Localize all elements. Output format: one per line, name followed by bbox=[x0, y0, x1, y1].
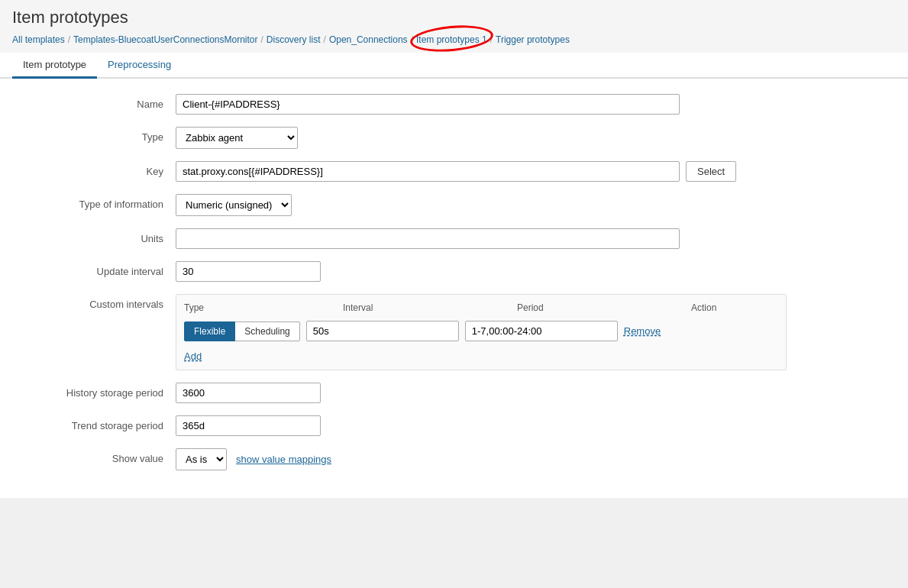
breadcrumb-sep-4: / bbox=[411, 34, 413, 45]
trend-label: Trend storage period bbox=[23, 415, 176, 431]
ci-type-header: Type bbox=[184, 302, 337, 313]
type-control: Zabbix agent Zabbix agent (active) Simpl… bbox=[176, 127, 885, 149]
type-of-info-label: Type of information bbox=[23, 194, 176, 210]
custom-intervals-label: Custom intervals bbox=[23, 294, 176, 310]
custom-intervals-control: Type Interval Period Action FlexibleSche… bbox=[176, 294, 885, 370]
breadcrumb-all-templates[interactable]: All templates bbox=[12, 34, 65, 45]
flexible-button[interactable]: Flexible bbox=[184, 321, 235, 341]
name-label: Name bbox=[23, 94, 176, 110]
type-row: Type Zabbix agent Zabbix agent (active) … bbox=[23, 127, 885, 149]
breadcrumb-item-prototypes[interactable]: Item prototypes 1 bbox=[416, 34, 487, 45]
type-label: Type bbox=[23, 127, 176, 143]
units-control bbox=[176, 228, 885, 249]
form-area: Name Type Zabbix agent Zabbix agent (act… bbox=[0, 79, 908, 498]
add-link[interactable]: Add bbox=[184, 351, 202, 362]
name-control bbox=[176, 94, 885, 115]
type-of-info-control: Numeric (unsigned) Numeric (float) Chara… bbox=[176, 194, 885, 216]
breadcrumb-sep-2: / bbox=[261, 34, 263, 45]
show-value-label: Show value bbox=[23, 448, 176, 464]
show-value-mappings-link[interactable]: show value mappings bbox=[236, 454, 331, 465]
page-title: Item prototypes bbox=[12, 8, 896, 27]
ci-add-row: Add bbox=[184, 346, 778, 362]
custom-intervals-box: Type Interval Period Action FlexibleSche… bbox=[176, 294, 787, 370]
name-input[interactable] bbox=[176, 94, 680, 115]
breadcrumb-templates[interactable]: Templates-BluecoatUserConnectionsMornito… bbox=[73, 34, 257, 45]
remove-link[interactable]: Remove bbox=[624, 325, 661, 337]
ci-period-header: Period bbox=[517, 302, 685, 313]
key-control: Select bbox=[176, 161, 885, 182]
key-row: Key Select bbox=[23, 161, 885, 182]
breadcrumb-discovery-list[interactable]: Discovery list bbox=[267, 34, 321, 45]
update-interval-label: Update interval bbox=[23, 261, 176, 277]
breadcrumb-open-connections[interactable]: Open_Connections bbox=[329, 34, 408, 45]
tab-item-prototype[interactable]: Item prototype bbox=[12, 53, 97, 79]
update-interval-input[interactable] bbox=[176, 261, 321, 282]
history-input[interactable] bbox=[176, 383, 321, 403]
select-button[interactable]: Select bbox=[686, 161, 736, 182]
ci-interval-header: Interval bbox=[343, 302, 511, 313]
trend-row: Trend storage period bbox=[23, 415, 885, 436]
tab-preprocessing[interactable]: Preprocessing bbox=[97, 53, 182, 79]
ci-period-input[interactable] bbox=[465, 321, 618, 341]
key-label: Key bbox=[23, 161, 176, 177]
units-label: Units bbox=[23, 228, 176, 244]
trend-control bbox=[176, 415, 885, 436]
ci-header: Type Interval Period Action bbox=[184, 302, 778, 316]
ci-type-toggle: FlexibleScheduling bbox=[184, 321, 300, 341]
update-interval-control bbox=[176, 261, 885, 282]
type-of-info-select[interactable]: Numeric (unsigned) Numeric (float) Chara… bbox=[176, 194, 292, 216]
type-of-info-row: Type of information Numeric (unsigned) N… bbox=[23, 194, 885, 216]
update-interval-row: Update interval bbox=[23, 261, 885, 282]
scheduling-button[interactable]: Scheduling bbox=[235, 321, 299, 341]
breadcrumb-trigger-prototypes[interactable]: Trigger prototypes bbox=[496, 34, 570, 45]
units-row: Units bbox=[23, 228, 885, 249]
breadcrumb-sep-5: / bbox=[490, 34, 493, 45]
show-value-select[interactable]: As is bbox=[176, 448, 227, 470]
units-input[interactable] bbox=[176, 228, 680, 249]
breadcrumb-item-prototypes-wrapper: Item prototypes 1 bbox=[416, 34, 487, 45]
key-input[interactable] bbox=[176, 161, 680, 182]
breadcrumb-sep-3: / bbox=[324, 34, 326, 45]
breadcrumb-sep-1: / bbox=[68, 34, 70, 45]
ci-data-row: FlexibleScheduling Remove bbox=[184, 321, 778, 341]
type-select[interactable]: Zabbix agent Zabbix agent (active) Simpl… bbox=[176, 127, 298, 149]
custom-intervals-row: Custom intervals Type Interval Period Ac… bbox=[23, 294, 885, 370]
history-row: History storage period bbox=[23, 383, 885, 403]
ci-action-header: Action bbox=[691, 302, 767, 313]
breadcrumb: All templates / Templates-BluecoatUserCo… bbox=[12, 34, 896, 45]
history-control bbox=[176, 383, 885, 403]
ci-interval-input[interactable] bbox=[306, 321, 459, 341]
show-value-row: Show value As is show value mappings bbox=[23, 448, 885, 470]
show-value-control: As is show value mappings bbox=[176, 448, 885, 470]
history-label: History storage period bbox=[23, 383, 176, 399]
name-row: Name bbox=[23, 94, 885, 115]
trend-input[interactable] bbox=[176, 415, 321, 436]
